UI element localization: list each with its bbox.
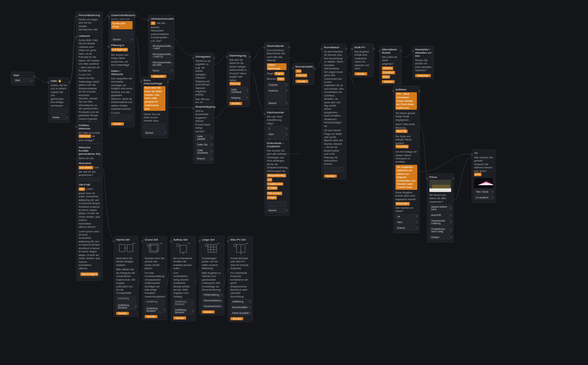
node-grund-set[interactable]: Grund-Set Nutzbar wenn Sie gerade den er… [142,236,167,320]
node-mono[interactable]: Monokristallin Yes Passend Senden [293,63,314,85]
auf-opt2[interactable]: Nein [395,220,417,225]
int-title: Größtes Interesse [79,124,100,130]
morph-br[interactable]: Branch [195,156,212,161]
node-alternative[interactable]: Alternativen Modell Wie sollen wir damit… [379,46,402,85]
prima-f1[interactable]: aktuell weitere Infos [429,204,451,212]
node-hybrid-set[interactable]: Hybrid-Set Ideal wenn Sie bereits Anlage… [114,236,139,317]
dok-br[interactable]: Branch [267,208,287,213]
norm-q: Oft sind hierbei Frage zur Statik oder g… [324,129,344,166]
news-btn[interactable]: Antworten [415,74,431,77]
node-large-set[interactable]: Large-Set Großanlagen privat / von für m… [199,236,224,316]
verb-opt2[interactable]: Strompauschale + kWh 2x [151,52,172,59]
verb-btn[interactable]: Antworten [151,75,166,78]
node-maxpv-set[interactable]: Max-PV-Set Private BiFacial oder Max-PV … [228,236,253,322]
dm-opt5[interactable]: Anderes [267,88,287,93]
node-verbrauch[interactable]: Verbrauchsmodell Ja Hat das aktuelle Hei… [148,15,175,80]
auf-br[interactable]: Branch [395,226,417,230]
node-dachmaterial[interactable]: Dachmaterial Zum Abschluss: Beschreiben … [264,42,289,109]
dok-field[interactable] [267,201,287,207]
daten-field[interactable] [111,115,133,120]
verb-opt3[interactable]: Strompauschale als kWh [151,60,172,67]
intro-continue-button[interactable]: Weiter [51,115,67,120]
dm-br[interactable]: Branch [267,101,287,105]
node-tv[interactable]: TV Was machen Sie gerade? Schauen Sie wä… [472,149,495,203]
norm-btn[interactable]: Senden [324,174,337,178]
dok-chip: Beispielanhang [267,174,286,177]
vf-tag: Standortagent [80,272,98,276]
prima-title: Prima [429,176,451,179]
node-aufbau-set[interactable]: Aufbau-Set Bei vorhandenen Geräten die e… [171,236,196,322]
prima-f4[interactable]: Zusätzliches wenn nötig [429,227,451,234]
alt-btn[interactable]: Senden [382,80,395,83]
vf-q1: Info Lorem ipsum dolor sit amet, consect… [79,187,100,229]
news-q: Wissen Sie bereits von Ihren aktuellen O… [415,59,432,72]
node-normaldach[interactable]: Normaldach Es wird finanziell oft sinnvo… [322,44,347,180]
lief-label: Zusatz-Info [79,73,100,76]
mono-btn[interactable]: Senden [295,80,308,83]
zus-field[interactable] [111,30,133,36]
norm-field[interactable] [324,167,344,173]
zus-br[interactable]: Branch [111,37,133,42]
dn-f1[interactable]: Seite Ost/West [229,87,248,94]
morph-f1[interactable]: Seite parallel [195,134,212,141]
db-opt2[interactable]: Nein [267,132,287,137]
kurze-br[interactable]: Branch [144,130,166,135]
nick-title: Nickname [79,162,100,165]
dn-btn[interactable]: Senden [229,102,242,105]
daten-title: Daten / Wünsche [111,69,133,76]
dn-title: Dachneigung [229,54,248,57]
node-kurze[interactable]: Kurze Zwischenfrage Noch eine Info bevor… [141,77,168,138]
node-morph[interactable]: Morphbelegung Gibt es prozentuale Angabe… [193,103,214,164]
morph-f3[interactable]: Seite Süd/West [195,148,212,155]
vf-q2: Lorem ipsum dolor sit amet, consectetur … [79,230,100,270]
dok-title: Dokumente – Zusatzinfo [267,142,287,148]
node-dachneigung[interactable]: Dachneigung Wie sind die Werte für die b… [227,52,250,107]
tv-btn[interactable]: Im anderen [474,195,493,200]
tv-field[interactable]: Titel / Serie [474,189,493,194]
db-opt1[interactable]: 1 [267,126,287,131]
dn-f2[interactable]: Neigung [229,95,248,100]
zus-chip: Kunde oder Firma [111,21,133,29]
svg-rect-9 [151,244,159,251]
node-newsletter[interactable]: Newsletter / Aktuelles vor Info Wissen S… [413,46,434,79]
node-vielfrass[interactable]: Viel-Fraß Info Lorem ipsum dolor sit ame… [76,181,103,281]
verb-title: Verbrauchsmodell [151,17,172,20]
dm-opt4[interactable]: Schiefer [267,83,287,87]
morph-title: Morphbelegung [195,105,212,108]
morph-f2[interactable]: Seite Ost [195,142,212,147]
dm-field[interactable] [267,94,287,100]
tv-q: Was machen Sie gerade? Schauen Sie währe… [474,156,493,177]
auf-opt1[interactable]: Ja [395,214,417,219]
node-dokumente[interactable]: Dokumente – Zusatzinfo Hier können Sie g… [264,139,289,216]
node-start[interactable]: Start Start [11,71,35,86]
svg-rect-14 [208,245,216,252]
db-q: Mit oder ohne Kabelführung nötig? [267,115,287,125]
start-title: Start [13,74,32,77]
mpv-btn[interactable]: Senden [354,72,367,75]
mono-title: Monokristallin [295,65,312,68]
node-zusammenfassung[interactable]: Zusammenfassung Schön, freut uns! Kunde … [109,11,135,45]
prima-btn[interactable]: Default [429,235,451,240]
node-auflisten[interactable]: Auflisten Gut – diese Information schaut… [393,86,420,233]
mpv-title: Multi-PV [354,46,372,49]
svg-rect-11 [180,245,186,252]
svg-point-22 [234,244,236,247]
prima-f3[interactable]: Gewünschte Leistung [429,218,451,226]
prima-f2[interactable]: Anschrift [429,213,451,217]
node-intro[interactable]: Hallo 👋 Schön, Sie bei uns zu sehen! Las… [48,77,70,123]
start-button[interactable]: Start [13,78,32,83]
prima-q: Wir freuen uns, haben wir alles zusammen… [429,193,451,203]
verb-opt1[interactable]: Strompauschale + kWh [151,44,172,51]
tv-title: TV [474,152,493,155]
kurze-field[interactable] [144,124,166,129]
node-daten[interactable]: Daten / Wünsche Zum aufgreifen der Infor… [109,67,135,128]
verb-opt4[interactable]: Strom [151,68,172,73]
svg-point-19 [205,244,208,247]
node-prima[interactable]: Prima Wir freuen uns, haben wir alles zu… [427,173,454,243]
node-multipv[interactable]: Multi-PV Das Angebot enthält eine zusätz… [352,44,374,78]
norm-title: Normaldach [324,46,344,49]
daten-btn[interactable]: Senden [111,122,124,125]
intro-field[interactable] [51,108,67,114]
tel-title: Wünsche Kontakt (persönlicher Art) [79,146,100,156]
dok-q: Hier können Sie gern alle weiteren Unter… [267,149,287,173]
